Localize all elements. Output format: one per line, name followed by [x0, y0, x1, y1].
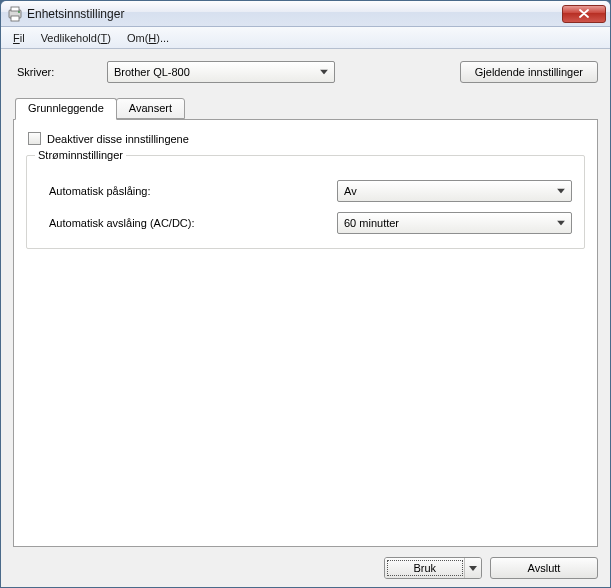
apply-split-button: Bruk [384, 557, 482, 579]
auto-on-select[interactable]: Av [337, 180, 572, 202]
close-button[interactable] [562, 5, 606, 23]
chevron-down-icon [469, 566, 477, 571]
auto-off-value: 60 minutter [344, 217, 399, 229]
tab-headers: Grunnleggende Avansert [13, 97, 598, 119]
app-icon [7, 6, 23, 22]
power-settings-legend: Strøminnstillinger [35, 149, 126, 161]
power-settings-group: Strøminnstillinger Automatisk påslåing: … [26, 155, 585, 249]
svg-point-3 [18, 11, 20, 13]
device-settings-window: Enhetsinnstillinger Fil Vedlikehold(T) O… [0, 0, 611, 588]
printer-value: Brother QL-800 [114, 66, 190, 78]
exit-button[interactable]: Avslutt [490, 557, 598, 579]
printer-select[interactable]: Brother QL-800 [107, 61, 335, 83]
auto-on-label: Automatisk påslåing: [39, 185, 337, 197]
auto-on-row: Automatisk påslåing: Av [39, 180, 572, 202]
disable-settings-checkbox[interactable] [28, 132, 41, 145]
chevron-down-icon [557, 189, 565, 194]
disable-settings-row: Deaktiver disse innstillingene [26, 132, 585, 145]
window-title: Enhetsinnstillinger [27, 7, 562, 21]
apply-dropdown-button[interactable] [465, 558, 481, 578]
tab-advanced[interactable]: Avansert [116, 98, 185, 119]
tabs-container: Grunnleggende Avansert Deaktiver disse i… [13, 97, 598, 547]
menu-file[interactable]: Fil [5, 30, 33, 46]
apply-button[interactable]: Bruk [385, 558, 465, 578]
disable-settings-label: Deaktiver disse innstillingene [47, 133, 189, 145]
auto-on-value: Av [344, 185, 357, 197]
menubar: Fil Vedlikehold(T) Om(H)... [1, 27, 610, 49]
chevron-down-icon [320, 70, 328, 75]
current-settings-button[interactable]: Gjeldende innstillinger [460, 61, 598, 83]
auto-off-label: Automatisk avslåing (AC/DC): [39, 217, 337, 229]
tab-basic[interactable]: Grunnleggende [15, 98, 117, 120]
chevron-down-icon [557, 221, 565, 226]
auto-off-select[interactable]: 60 minutter [337, 212, 572, 234]
printer-label: Skriver: [13, 66, 99, 78]
close-icon [579, 9, 589, 18]
svg-rect-1 [11, 7, 19, 11]
svg-rect-2 [11, 16, 19, 21]
titlebar[interactable]: Enhetsinnstillinger [1, 1, 610, 27]
tab-panel-basic: Deaktiver disse innstillingene Strøminns… [13, 119, 598, 547]
menu-maintenance[interactable]: Vedlikehold(T) [33, 30, 119, 46]
printer-row: Skriver: Brother QL-800 Gjeldende innsti… [13, 61, 598, 83]
auto-off-row: Automatisk avslåing (AC/DC): 60 minutter [39, 212, 572, 234]
bottom-bar: Bruk Avslutt [13, 547, 598, 579]
client-area: Skriver: Brother QL-800 Gjeldende innsti… [1, 49, 610, 587]
menu-about[interactable]: Om(H)... [119, 30, 177, 46]
